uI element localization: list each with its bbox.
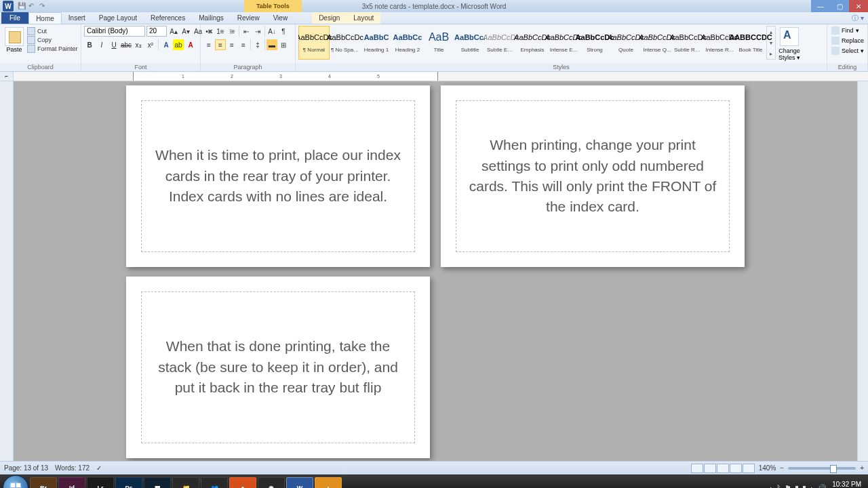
- save-icon[interactable]: 💾: [18, 2, 26, 10]
- volume-icon[interactable]: 🔊: [817, 484, 827, 489]
- tab-references[interactable]: References: [144, 12, 192, 24]
- style-heading-1[interactable]: AaBbCHeading 1: [361, 26, 392, 60]
- draft-view[interactable]: [743, 464, 755, 473]
- align-right-button[interactable]: ≡: [226, 39, 237, 50]
- zoom-slider[interactable]: [788, 467, 856, 470]
- cut-button[interactable]: Cut: [27, 27, 78, 35]
- zoom-level[interactable]: 140%: [759, 464, 776, 472]
- bluetooth-icon[interactable]: ᛒ: [776, 484, 781, 489]
- highlight-button[interactable]: ab: [173, 39, 184, 50]
- underline-button[interactable]: U: [108, 39, 119, 50]
- show-marks-button[interactable]: ¶: [278, 26, 289, 37]
- decrease-indent-button[interactable]: ⇤: [241, 26, 252, 37]
- ribbon-help-icon[interactable]: ⓘ ▾: [852, 12, 864, 24]
- page-indicator[interactable]: Page: 13 of 13: [4, 464, 48, 472]
- bullets-button[interactable]: •≡: [203, 26, 214, 37]
- network-icon[interactable]: ▮: [795, 484, 799, 489]
- tab-page-layout[interactable]: Page Layout: [92, 12, 144, 24]
- font-size-combo[interactable]: 20: [146, 26, 167, 37]
- zoom-in-button[interactable]: +: [860, 464, 864, 472]
- vertical-ruler[interactable]: [0, 81, 14, 461]
- tray-up-icon[interactable]: ▴: [769, 484, 773, 489]
- outline-view[interactable]: [730, 464, 742, 473]
- style-subtle-em-[interactable]: AaBbCcDcSubtle Em...: [486, 26, 517, 60]
- change-styles-button[interactable]: Change Styles ▾: [776, 26, 803, 61]
- paste-button[interactable]: Paste: [3, 26, 26, 53]
- index-card[interactable]: When printing, change your print setting…: [441, 85, 745, 267]
- replace-button[interactable]: Replace: [830, 36, 865, 45]
- clock[interactable]: 10:32 PM 9/5/2013: [832, 481, 861, 489]
- style-intense-e-[interactable]: AaBbCcDcIntense E...: [548, 26, 579, 60]
- taskbar-app[interactable]: 👥: [201, 477, 228, 488]
- taskbar-app[interactable]: Lr: [87, 477, 114, 488]
- index-card[interactable]: When that is done printing, take the sta…: [126, 277, 430, 458]
- tab-home[interactable]: Home: [28, 12, 62, 24]
- taskbar-app[interactable]: W: [286, 477, 313, 488]
- tab-view[interactable]: View: [267, 12, 295, 24]
- strike-button[interactable]: abc: [121, 39, 132, 50]
- vertical-scrollbar[interactable]: [857, 81, 868, 461]
- taskbar-app[interactable]: ▦: [144, 477, 171, 488]
- style--normal[interactable]: AaBbCcDc¶ Normal: [298, 26, 330, 60]
- select-button[interactable]: Select ▾: [830, 46, 865, 56]
- justify-button[interactable]: ≡: [238, 39, 249, 50]
- print-layout-view[interactable]: [691, 464, 703, 473]
- shading-button[interactable]: ▬: [267, 39, 277, 50]
- redo-icon[interactable]: ↷: [39, 2, 47, 10]
- style-book-title[interactable]: AABBCCDCBook Title: [735, 26, 766, 60]
- minimize-button[interactable]: —: [811, 0, 830, 12]
- copy-button[interactable]: Copy: [27, 36, 78, 44]
- numbering-button[interactable]: 1≡: [215, 26, 226, 37]
- battery-icon[interactable]: ▮: [802, 484, 806, 489]
- tab-selector[interactable]: ⌐: [0, 72, 14, 81]
- align-left-button[interactable]: ≡: [203, 39, 214, 50]
- taskbar-app[interactable]: 📁: [172, 477, 199, 488]
- line-spacing-button[interactable]: ‡: [252, 39, 263, 50]
- style-emphasis[interactable]: AaBbCcDcEmphasis: [517, 26, 548, 60]
- taskbar-app[interactable]: Br: [30, 477, 57, 488]
- full-screen-view[interactable]: [704, 464, 716, 473]
- style-intense-q-[interactable]: AaBbCcDcIntense Q...: [642, 26, 673, 60]
- maximize-button[interactable]: ▢: [830, 0, 849, 12]
- tab-layout[interactable]: Layout: [347, 12, 380, 24]
- text-effects-button[interactable]: A: [161, 39, 172, 50]
- find-button[interactable]: Find ▾: [830, 26, 865, 35]
- close-button[interactable]: ✕: [849, 0, 868, 12]
- word-count[interactable]: Words: 172: [55, 464, 90, 472]
- subscript-button[interactable]: x₂: [133, 39, 144, 50]
- tab-design[interactable]: Design: [312, 12, 347, 24]
- superscript-button[interactable]: x²: [145, 39, 156, 50]
- multilevel-button[interactable]: ⁝≡: [226, 26, 237, 37]
- style-title[interactable]: AaBTitle: [423, 26, 454, 60]
- web-layout-view[interactable]: [717, 464, 729, 473]
- tray-icon[interactable]: ⚑: [785, 484, 791, 489]
- italic-button[interactable]: I: [96, 39, 107, 50]
- sort-button[interactable]: A↓: [267, 26, 277, 37]
- tab-review[interactable]: Review: [231, 12, 267, 24]
- borders-button[interactable]: ⊞: [278, 39, 289, 50]
- file-tab[interactable]: File: [1, 12, 28, 24]
- style-subtitle[interactable]: AaBbCc.Subtitle: [454, 26, 486, 60]
- tab-mailings[interactable]: Mailings: [192, 12, 231, 24]
- zoom-out-button[interactable]: −: [780, 464, 784, 472]
- taskbar-app[interactable]: ◉: [258, 477, 285, 488]
- shrink-font-button[interactable]: A▾: [180, 26, 191, 37]
- taskbar-app[interactable]: Ps: [115, 477, 142, 488]
- styles-more-button[interactable]: ▴▾▸: [766, 26, 776, 60]
- style-intense-r-[interactable]: AaBbCcDcIntense R...: [704, 26, 735, 60]
- align-center-button[interactable]: ≡: [215, 39, 226, 50]
- wifi-icon[interactable]: ▴: [810, 484, 814, 489]
- font-name-combo[interactable]: Calibri (Body): [84, 26, 145, 37]
- style-subtle-ref-[interactable]: AaBbCcDcSubtle Ref...: [673, 26, 704, 60]
- bold-button[interactable]: B: [84, 39, 95, 50]
- format-painter-button[interactable]: Format Painter: [27, 45, 78, 53]
- tab-insert[interactable]: Insert: [62, 12, 92, 24]
- index-card[interactable]: When it is time to print, place our inde…: [126, 85, 430, 267]
- grow-font-button[interactable]: A▴: [168, 26, 179, 37]
- font-color-button[interactable]: A: [185, 39, 196, 50]
- proofing-icon[interactable]: ✓: [96, 464, 102, 472]
- increase-indent-button[interactable]: ⇥: [252, 26, 263, 37]
- style--no-spaci-[interactable]: AaBbCcDc¶ No Spaci...: [330, 26, 361, 60]
- style-quote[interactable]: AaBbCcDcQuote: [610, 26, 642, 60]
- horizontal-ruler[interactable]: 12345: [14, 72, 868, 81]
